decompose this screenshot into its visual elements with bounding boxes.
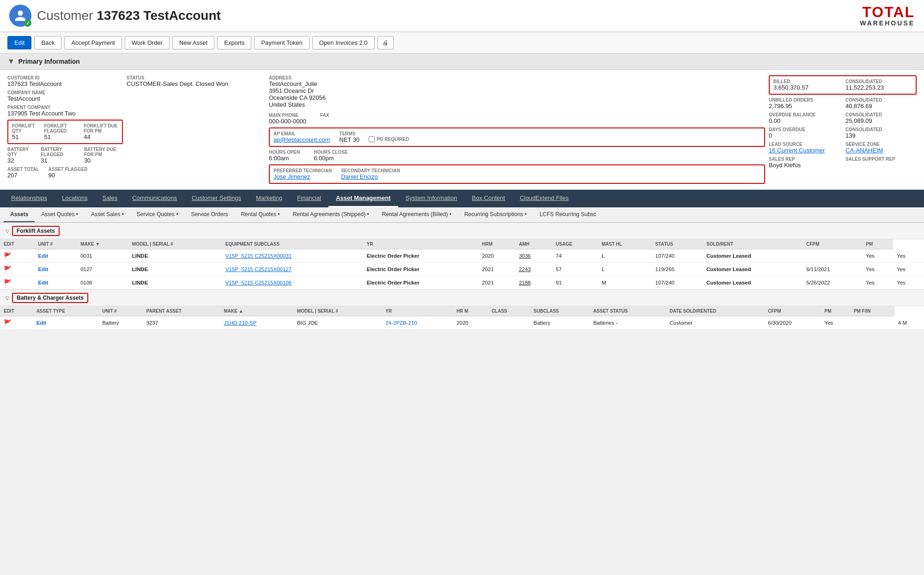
preferred-tech: PREFERRED TECHNICIAN Jose Jimenez [274, 168, 332, 180]
subclass-cell: Electric Order Picker [363, 276, 478, 290]
consolidated-days: CONSOLIDATED 139 [845, 127, 917, 139]
nav-tab-communications[interactable]: Communications [125, 190, 184, 207]
edit-cell[interactable]: Edit [35, 249, 77, 263]
nav-tab-cloudextend-files[interactable]: CloudExtend Files [512, 190, 576, 207]
yr-cell: 2020 [478, 249, 515, 263]
nav-tab-customer-settings[interactable]: Customer Settings [184, 190, 249, 207]
forklift-col-usage: USAGE [552, 239, 598, 249]
work-order-button[interactable]: Work Order [125, 36, 170, 49]
flag-cell: 🚩 [0, 316, 33, 330]
asset-totals: ASSET TOTAL 207 ASSET FLAGGED 90 [7, 167, 123, 179]
mast-hl-cell: 119/265 [651, 263, 703, 276]
parent-asset-cell[interactable]: J1HD-210-SP [220, 316, 293, 330]
asset-section: ▽ Forklift Assets EDITUNIT #MAKE ▼MODEL … [0, 223, 924, 330]
model-serial-cell[interactable]: V15P_5215 C25215X00106 [222, 276, 363, 290]
app-header: ✓ Customer 137623 TestAccount TOTAL WARE… [0, 0, 924, 32]
sub-tab-service-quotes[interactable]: Service Quotes • [130, 207, 185, 222]
model-serial-cell[interactable]: V15P_5215 C25215X00127 [222, 263, 363, 276]
model-serial-cell[interactable]: V15P_5215 C25215X00031 [222, 249, 363, 263]
battery-due: BATTERY DUE FOR PM 30 [84, 147, 123, 164]
flag-cell: 🚩 [0, 249, 35, 263]
sub-tab-rental-agreements-shipped[interactable]: Rental Agreements (Shipped) • [286, 207, 376, 222]
table-row: 🚩Edit0031LINDEV15P_5215 C25215X00031Elec… [0, 249, 924, 263]
battery-col-edit: EDIT [0, 306, 33, 316]
forklift-col-unit-: UNIT # [35, 239, 77, 249]
battery-col-cfpm: CFPM [764, 306, 821, 316]
po-required-checkbox[interactable] [369, 136, 375, 142]
edit-cell[interactable]: Edit [35, 263, 77, 276]
edit-button[interactable]: Edit [7, 36, 31, 49]
consolidated-billed: CONSOLIDATED 11,522,253.23 [845, 79, 912, 91]
subclass-cell: Electric Order Picker [363, 249, 478, 263]
mast-hl-cell: 107/240 [651, 276, 703, 290]
company-name-section: COMPANY NAME TestAccount [7, 90, 123, 102]
parent-company-section: PARENT COMPANY 137905 Test Account Two [7, 105, 123, 117]
nav-tab-system-information[interactable]: System Information [398, 190, 465, 207]
sub-tab-recurring-subscriptions[interactable]: Recurring Subscriptions • [458, 207, 533, 222]
nav-tab-financial[interactable]: Financial [290, 190, 328, 207]
accept-payment-button[interactable]: Accept Payment [64, 36, 122, 49]
nav-tab-relationships[interactable]: Relationships [4, 190, 55, 207]
nav-tab-box-content[interactable]: Box Content [465, 190, 513, 207]
payment-token-button[interactable]: Payment Token [254, 36, 309, 49]
battery-flagged: BATTERY FLAGGED 31 [41, 147, 75, 164]
battery-col-subclass: SUBCLASS [530, 306, 590, 316]
nav-tabs: RelationshipsLocationsSalesCommunication… [0, 190, 924, 207]
subclass-cell: Batteries - [590, 316, 666, 330]
nav-tab-locations[interactable]: Locations [55, 190, 95, 207]
unbilled-orders: UNBILLED ORDERS 2,796.95 [769, 97, 840, 109]
forklift-col-amh: AMH [515, 239, 552, 249]
edit-cell[interactable]: Edit [33, 316, 99, 330]
print-button[interactable]: 🖨 [377, 36, 394, 49]
sub-tab-rental-quotes[interactable]: Rental Quotes • [234, 207, 286, 222]
sub-tab-asset-sales[interactable]: Asset Sales • [85, 207, 130, 222]
forklift-flagged: FORKLIFT FLAGGED 51 [44, 123, 74, 140]
forklift-col-sold-rent: SOLD/RENT [703, 239, 802, 249]
pm-fin-cell: 4 M [894, 316, 924, 330]
toolbar: Edit Back Accept Payment Work Order New … [0, 32, 924, 54]
sub-tab-asset-quotes[interactable]: Asset Quotes • [35, 207, 85, 222]
sub-tab-rental-agreements-billed[interactable]: Rental Agreements (Billed) • [376, 207, 458, 222]
back-button[interactable]: Back [34, 36, 61, 49]
col-status: STATUS CUSTOMER-Sales Dept. Closed Won [127, 75, 265, 184]
model-serial-cell[interactable]: 24-2PZB-210 [382, 316, 453, 330]
forklift-col-yr: YR [363, 239, 478, 249]
battery-col-pm: PM [821, 306, 850, 316]
nav-tab-asset-management[interactable]: Asset Management [328, 190, 398, 207]
yr-cell: 2021 [478, 276, 515, 290]
open-invoices-button[interactable]: Open Invoices 2.0 [312, 36, 375, 49]
billed-box: BILLED 3,650,370.57 CONSOLIDATED 11,522,… [769, 75, 917, 95]
forklift-col-cfpm: CFPM [802, 239, 862, 249]
battery-col-unit-: UNIT # [98, 306, 143, 316]
amh-cell: 57 [552, 263, 598, 276]
address-section: ADDRESS TestAccount_Julie 3951 Oceanic D… [269, 75, 765, 108]
billed: BILLED 3,650,370.57 [773, 79, 840, 91]
battery-col-pm-f-in: PM F/IN [850, 306, 894, 316]
exports-button[interactable]: Exports [217, 36, 251, 49]
pm-cell: Yes [893, 276, 924, 290]
triangle-icon: ▽ [6, 296, 9, 301]
asset-type-cell: Battery [98, 316, 143, 330]
battery-table-head: EDITASSET TYPEUNIT #PARENT ASSETMAKE ▲MO… [0, 306, 924, 316]
fax: FAX [320, 113, 329, 125]
sub-tab-lcfs-recurring-subsc[interactable]: LCFS Recurring Subsc [533, 207, 603, 222]
header-left: ✓ Customer 137623 TestAccount [9, 5, 221, 27]
page-title: Customer 137623 TestAccount [37, 8, 221, 23]
nav-tab-sales[interactable]: Sales [95, 190, 125, 207]
hrm-cell: 3036 [515, 249, 552, 263]
edit-cell[interactable]: Edit [35, 276, 77, 290]
sub-tab-assets[interactable]: Assets [4, 207, 35, 222]
forklift-col-pm: PM [862, 239, 893, 249]
new-asset-button[interactable]: New Asset [172, 36, 214, 49]
nav-tab-marketing[interactable]: Marketing [249, 190, 290, 207]
forklift-stats-box: FORKLIFT QTY 51 FORKLIFT FLAGGED 51 FORK… [7, 120, 123, 144]
cfpm-cell: Yes [862, 249, 893, 263]
tech-box: PREFERRED TECHNICIAN Jose Jimenez SECOND… [269, 164, 765, 184]
hours-close: HOURS CLOSE 6:00pm [314, 150, 347, 162]
sub-tab-service-orders[interactable]: Service Orders [184, 207, 234, 222]
make-cell: LINDE [128, 263, 222, 276]
table-row: 🚩Edit0106LINDEV15P_5215 C25215X00106Elec… [0, 276, 924, 290]
date-sold-cell: 6/30/2020 [764, 316, 821, 330]
sold-rent-cell: 6/11/2021 [802, 263, 862, 276]
pm-cell [850, 316, 894, 330]
